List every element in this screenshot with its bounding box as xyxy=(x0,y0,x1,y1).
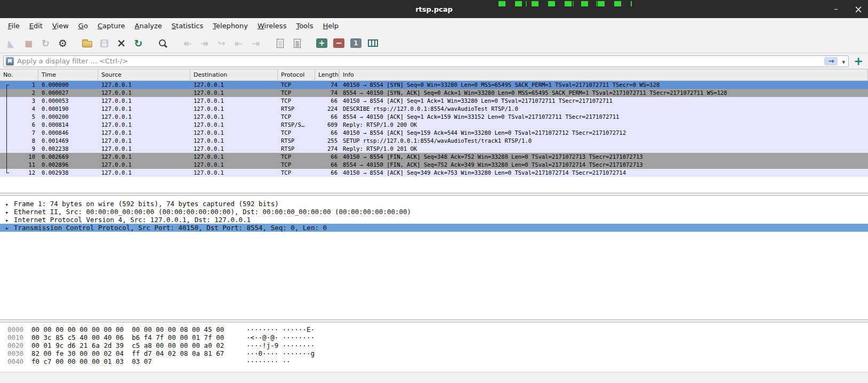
zoom-out-icon xyxy=(333,38,344,48)
add-filter-button[interactable] xyxy=(852,55,865,68)
hex-line[interactable]: 0010 00 3c 85 c5 40 00 40 06 b6 f4 7f 00… xyxy=(7,333,868,341)
colorize-button[interactable] xyxy=(290,36,304,51)
stream-bracket xyxy=(6,113,9,121)
go-forward-button[interactable] xyxy=(197,36,212,51)
title-bar[interactable]: rtsp.pcap xyxy=(0,0,868,18)
minimize-button[interactable] xyxy=(831,4,841,14)
packet-source: 127.0.0.1 xyxy=(98,105,190,113)
menu-item[interactable]: Help xyxy=(318,20,343,32)
packet-row[interactable]: 3 0.000053 127.0.0.1 127.0.0.1 TCP 66 40… xyxy=(0,97,868,105)
packet-row[interactable]: 5 0.000200 127.0.0.1 127.0.0.1 TCP 66 85… xyxy=(0,113,868,121)
column-header[interactable]: Destination xyxy=(190,69,278,80)
hex-line[interactable]: 0000 00 00 00 00 00 00 00 00 00 00 00 00… xyxy=(7,325,868,333)
packet-row[interactable]: 1 0.000000 127.0.0.1 127.0.0.1 TCP 74 40… xyxy=(0,81,868,89)
menu-item[interactable]: Edit xyxy=(25,20,47,32)
packet-row[interactable]: 9 0.002238 127.0.0.1 127.0.0.1 RTSP 274 … xyxy=(0,145,868,153)
resize-columns-button[interactable] xyxy=(366,36,380,51)
expander-icon[interactable] xyxy=(5,208,14,216)
hex-bytes[interactable]: f0 c7 00 00 00 00 01 03 03 07 xyxy=(31,357,230,365)
zoom-in-icon xyxy=(316,38,327,48)
start-capture-button[interactable] xyxy=(4,36,19,51)
capture-options-button[interactable] xyxy=(55,36,70,51)
menu-item[interactable]: Wireless xyxy=(253,20,291,32)
column-header[interactable]: Source xyxy=(98,69,190,80)
menu-item[interactable]: Telephony xyxy=(208,20,253,32)
display-filter-field[interactable] xyxy=(3,55,849,67)
packet-row[interactable]: 4 0.000190 127.0.0.1 127.0.0.1 RTSP 224 … xyxy=(0,105,868,113)
folder-icon xyxy=(82,41,92,47)
packet-number: 11 xyxy=(28,161,35,168)
reload-file-button[interactable] xyxy=(131,36,146,51)
detail-line[interactable]: Transmission Control Protocol, Src Port:… xyxy=(0,224,868,232)
packet-row[interactable]: 8 0.001469 127.0.0.1 127.0.0.1 RTSP 255 … xyxy=(0,137,868,145)
column-header[interactable]: Info xyxy=(340,69,868,80)
close-file-button[interactable] xyxy=(114,36,128,51)
menu-item[interactable]: View xyxy=(47,20,74,32)
detail-text: Frame 1: 74 bytes on wire (592 bits), 74… xyxy=(14,200,279,208)
packet-protocol: TCP xyxy=(278,169,315,177)
go-back-button[interactable] xyxy=(180,36,195,51)
detail-line[interactable]: Ethernet II, Src: 00:00:00_00:00:00 (00:… xyxy=(0,208,868,216)
packet-row[interactable]: 10 0.002669 127.0.0.1 127.0.0.1 TCP 66 4… xyxy=(0,153,868,161)
stop-capture-button[interactable] xyxy=(21,36,36,51)
apply-filter-icon[interactable] xyxy=(824,57,838,66)
column-header[interactable]: No. xyxy=(0,69,38,80)
go-to-packet-button[interactable] xyxy=(214,36,229,51)
last-packet-button[interactable] xyxy=(248,36,263,51)
stream-bracket xyxy=(6,121,9,129)
menu-item[interactable]: File xyxy=(3,20,25,32)
packet-length: 274 xyxy=(315,145,340,153)
stream-bracket xyxy=(6,161,9,169)
save-file-button[interactable] xyxy=(97,36,111,51)
menu-item[interactable]: Tools xyxy=(291,20,318,32)
packet-row[interactable]: 2 0.000027 127.0.0.1 127.0.0.1 TCP 74 85… xyxy=(0,89,868,97)
packet-row[interactable]: 6 0.000814 127.0.0.1 127.0.0.1 RTSP/S… 6… xyxy=(0,121,868,129)
find-packet-button[interactable] xyxy=(156,36,170,51)
menu-item[interactable]: Capture xyxy=(93,20,130,32)
restart-capture-button[interactable] xyxy=(38,36,53,51)
display-filter-input[interactable] xyxy=(17,57,821,65)
packet-time: 0.001469 xyxy=(38,137,98,145)
expander-icon[interactable] xyxy=(5,216,14,224)
main-toolbar xyxy=(0,34,868,53)
filter-dropdown-icon[interactable] xyxy=(841,56,846,66)
hex-bytes[interactable]: 00 3c 85 c5 40 00 40 06 b6 f4 7f 00 00 0… xyxy=(31,333,230,341)
first-packet-button[interactable] xyxy=(231,36,246,51)
hex-bytes[interactable]: 00 01 9c d6 21 6a 2d 39 c5 a8 00 00 00 0… xyxy=(31,341,230,349)
menu-item[interactable]: Analyze xyxy=(130,20,167,32)
menu-item[interactable]: Statistics xyxy=(167,20,208,32)
expander-icon[interactable] xyxy=(5,200,14,208)
packet-source: 127.0.0.1 xyxy=(98,153,190,161)
zoom-in-button[interactable] xyxy=(315,36,329,51)
hex-bytes[interactable]: 82 00 fe 30 00 00 02 04 ff d7 04 02 08 0… xyxy=(31,349,230,357)
zoom-original-button[interactable] xyxy=(349,36,363,51)
hex-ascii[interactable]: ···0···· ·······g xyxy=(246,349,315,357)
packet-row[interactable]: 12 0.002938 127.0.0.1 127.0.0.1 TCP 66 4… xyxy=(0,169,868,177)
detail-line[interactable]: Frame 1: 74 bytes on wire (592 bits), 74… xyxy=(0,200,868,208)
hex-line[interactable]: 0030 82 00 fe 30 00 00 02 04 ff d7 04 02… xyxy=(7,349,868,357)
close-button[interactable] xyxy=(853,4,864,14)
hex-ascii[interactable]: ····!j-9 ········ xyxy=(246,341,315,349)
packet-length: 66 xyxy=(315,161,340,169)
expander-icon[interactable] xyxy=(5,224,14,232)
stream-bracket xyxy=(6,85,9,89)
zoom-out-button[interactable] xyxy=(332,36,346,51)
open-file-button[interactable] xyxy=(80,36,94,51)
menu-item[interactable]: Go xyxy=(74,20,93,32)
hex-ascii[interactable]: ········ ·· xyxy=(246,357,291,365)
hex-bytes[interactable]: 00 00 00 00 00 00 00 00 00 00 00 00 08 0… xyxy=(31,325,230,333)
hex-ascii[interactable]: ········ ······E· xyxy=(246,325,315,333)
hex-line[interactable]: 0040 f0 c7 00 00 00 00 01 03 03 07 ·····… xyxy=(7,357,868,365)
hex-line[interactable]: 0020 00 01 9c d6 21 6a 2d 39 c5 a8 00 00… xyxy=(7,341,868,349)
column-header[interactable]: Protocol xyxy=(278,69,315,80)
filter-bookmark-icon[interactable] xyxy=(6,57,14,66)
packet-row[interactable]: 7 0.000846 127.0.0.1 127.0.0.1 TCP 66 40… xyxy=(0,129,868,137)
packet-protocol: TCP xyxy=(278,161,315,169)
hex-ascii[interactable]: ·<··@·@· ········ xyxy=(246,333,315,341)
auto-scroll-button[interactable] xyxy=(273,36,287,51)
packet-row[interactable]: 11 0.002896 127.0.0.1 127.0.0.1 TCP 66 8… xyxy=(0,161,868,169)
column-header[interactable]: Time xyxy=(38,69,98,80)
detail-line[interactable]: Internet Protocol Version 4, Src: 127.0.… xyxy=(0,216,868,224)
packet-info: 40150 → 8554 [ACK] Seq=159 Ack=544 Win=3… xyxy=(340,129,868,137)
column-header[interactable]: Length xyxy=(315,69,340,80)
